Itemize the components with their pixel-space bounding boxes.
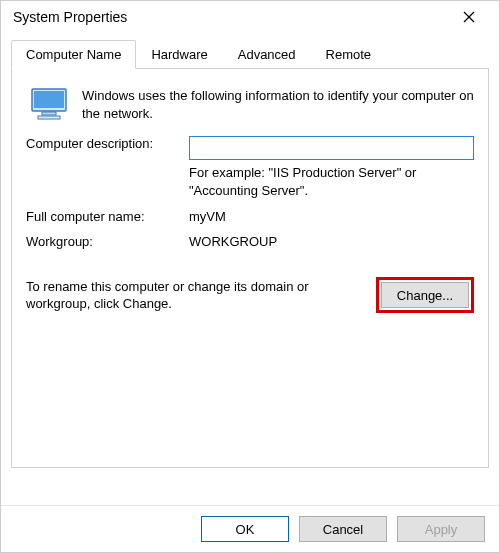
svg-rect-5	[38, 116, 60, 119]
content-area: Computer Name Hardware Advanced Remote	[1, 33, 499, 505]
tab-computer-name[interactable]: Computer Name	[11, 40, 136, 69]
tab-strip: Computer Name Hardware Advanced Remote	[11, 39, 489, 68]
tab-panel-computer-name: Windows uses the following information t…	[11, 68, 489, 468]
window-title: System Properties	[13, 9, 127, 25]
tab-hardware[interactable]: Hardware	[136, 40, 222, 69]
desc-hint: For example: "IIS Production Server" or …	[189, 164, 474, 199]
apply-button[interactable]: Apply	[397, 516, 485, 542]
tab-remote[interactable]: Remote	[311, 40, 387, 69]
change-button-highlight: Change...	[376, 277, 474, 313]
ok-button[interactable]: OK	[201, 516, 289, 542]
workgroup-label: Workgroup:	[26, 234, 181, 249]
dialog-footer: OK Cancel Apply	[1, 505, 499, 552]
svg-rect-4	[42, 112, 56, 115]
rename-text: To rename this computer or change its do…	[26, 278, 366, 313]
change-button[interactable]: Change...	[381, 282, 469, 308]
tab-advanced[interactable]: Advanced	[223, 40, 311, 69]
computer-icon	[30, 87, 70, 124]
cancel-button[interactable]: Cancel	[299, 516, 387, 542]
system-properties-window: System Properties Computer Name Hardware…	[0, 0, 500, 553]
desc-label: Computer description:	[26, 136, 181, 151]
fullname-label: Full computer name:	[26, 209, 181, 224]
title-bar: System Properties	[1, 1, 499, 33]
close-icon[interactable]	[449, 3, 489, 31]
svg-rect-3	[34, 91, 64, 108]
fullname-value: myVM	[189, 209, 474, 224]
workgroup-value: WORKGROUP	[189, 234, 474, 249]
computer-description-input[interactable]	[189, 136, 474, 160]
intro-text: Windows uses the following information t…	[82, 87, 474, 122]
